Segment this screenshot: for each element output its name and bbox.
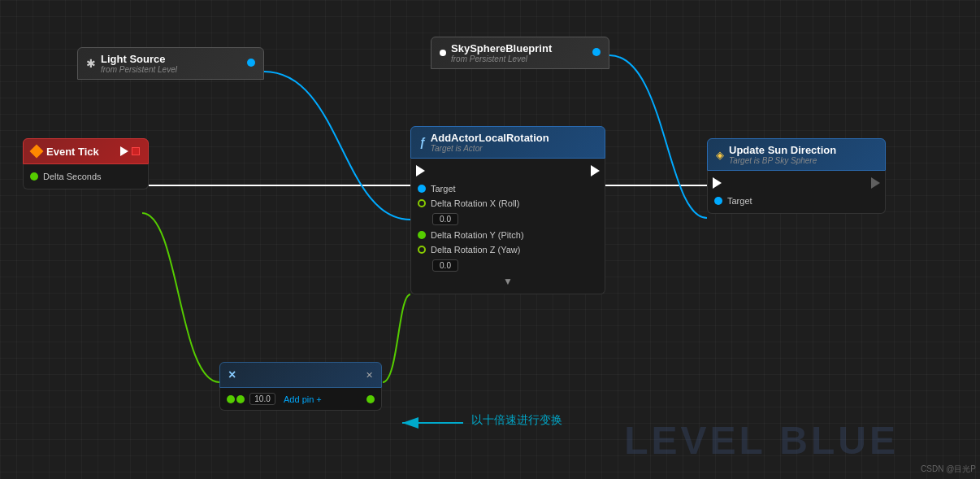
sky-sphere-node[interactable]: SkySphereBlueprint from Persistent Level <box>431 37 609 69</box>
delta-roll-value[interactable]: 0.0 <box>432 213 458 225</box>
add-actor-exec-row <box>411 163 605 181</box>
delta-yaw-value-row: 0.0 <box>411 257 605 274</box>
sky-sphere-input-pin[interactable] <box>440 50 446 56</box>
light-source-node[interactable]: ✱ Light Source from Persistent Level <box>77 47 264 80</box>
add-actor-title: AddActorLocalRotation <box>431 132 549 144</box>
sky-sphere-output-pin[interactable] <box>592 48 601 56</box>
add-actor-header: ƒ AddActorLocalRotation Target is Actor <box>410 126 605 159</box>
add-actor-exec-in[interactable] <box>416 165 425 176</box>
delta-roll-row: Delta Rotation X (Roll) <box>411 196 605 211</box>
light-source-icon: ✱ <box>86 57 96 70</box>
light-source-subtitle: from Persistent Level <box>101 65 177 74</box>
multiply-value[interactable]: 10.0 <box>249 393 275 405</box>
annotation-text: 以十倍速进行变换 <box>471 413 562 428</box>
delta-pitch-pin[interactable] <box>418 231 426 239</box>
add-actor-exec-out[interactable] <box>591 165 600 176</box>
delta-yaw-pin[interactable] <box>418 246 426 254</box>
csdn-badge: CSDN @目光P <box>921 464 976 475</box>
add-actor-icon: ƒ <box>419 136 426 149</box>
update-sun-node[interactable]: ◈ Update Sun Direction Target is BP Sky … <box>707 138 886 214</box>
multiply-node[interactable]: × ✕ 10.0 Add pin + <box>219 362 382 411</box>
event-tick-title: Event Tick <box>46 146 99 158</box>
update-sun-exec-row <box>708 176 885 194</box>
multiply-input-pin-1[interactable] <box>227 395 235 403</box>
add-pin-label[interactable]: Add pin + <box>284 394 322 404</box>
event-tick-body: Delta Seconds <box>23 164 149 189</box>
update-sun-title: Update Sun Direction <box>729 144 836 156</box>
update-sun-exec-out[interactable] <box>871 177 880 189</box>
sun-target-label: Target <box>727 196 752 206</box>
target-label: Target <box>431 184 456 194</box>
update-sun-exec-in[interactable] <box>713 177 722 189</box>
multiply-symbol: × <box>228 368 236 382</box>
target-row: Target <box>411 181 605 196</box>
event-tick-indicator <box>132 147 140 155</box>
delta-yaw-label: Delta Rotation Z (Yaw) <box>431 245 520 255</box>
sky-sphere-header: SkySphereBlueprint from Persistent Level <box>431 37 609 69</box>
multiply-input-pin-2[interactable] <box>236 395 245 403</box>
update-sun-icon: ◈ <box>716 149 724 161</box>
annotation-label: 以十倍速进行变换 <box>471 413 562 426</box>
event-tick-header: Event Tick <box>23 138 149 164</box>
expand-indicator[interactable]: ▼ <box>411 274 605 289</box>
update-sun-header: ◈ Update Sun Direction Target is BP Sky … <box>707 138 886 171</box>
delta-roll-label: Delta Rotation X (Roll) <box>431 198 519 208</box>
light-source-header: ✱ Light Source from Persistent Level <box>77 47 264 80</box>
update-sun-subtitle: Target is BP Sky Sphere <box>729 156 836 165</box>
add-actor-node[interactable]: ƒ AddActorLocalRotation Target is Actor … <box>410 126 605 294</box>
event-tick-exec-out <box>120 146 128 156</box>
delta-seconds-label: Delta Seconds <box>43 172 102 181</box>
delta-pitch-row: Delta Rotation Y (Pitch) <box>411 228 605 242</box>
watermark: LEVEL BLUE <box>624 418 899 463</box>
light-source-title: Light Source <box>101 53 177 65</box>
light-source-output-pin[interactable] <box>247 59 255 67</box>
sun-target-row: Target <box>708 194 885 208</box>
multiply-output-pin[interactable] <box>366 395 375 403</box>
close-button[interactable]: ✕ <box>366 370 373 381</box>
delta-pitch-label: Delta Rotation Y (Pitch) <box>431 230 524 240</box>
target-pin[interactable] <box>418 185 426 193</box>
add-actor-body: Target Delta Rotation X (Roll) 0.0 Delta… <box>410 159 605 294</box>
sun-target-pin[interactable] <box>714 197 722 205</box>
delta-roll-pin[interactable] <box>418 199 426 207</box>
multiply-header: × ✕ <box>219 362 382 388</box>
sky-sphere-subtitle: from Persistent Level <box>451 54 552 63</box>
event-tick-icon <box>30 145 44 159</box>
update-sun-body: Target <box>707 171 886 214</box>
delta-yaw-value[interactable]: 0.0 <box>432 259 458 272</box>
delta-yaw-row: Delta Rotation Z (Yaw) <box>411 242 605 257</box>
multiply-body: 10.0 Add pin + <box>219 388 382 411</box>
delta-seconds-pin[interactable] <box>30 172 38 181</box>
sky-sphere-title: SkySphereBlueprint <box>451 42 552 54</box>
delta-roll-value-row: 0.0 <box>411 211 605 228</box>
add-actor-subtitle: Target is Actor <box>431 144 549 153</box>
event-tick-node[interactable]: Event Tick Delta Seconds <box>23 138 149 189</box>
delta-seconds-row: Delta Seconds <box>24 169 148 184</box>
